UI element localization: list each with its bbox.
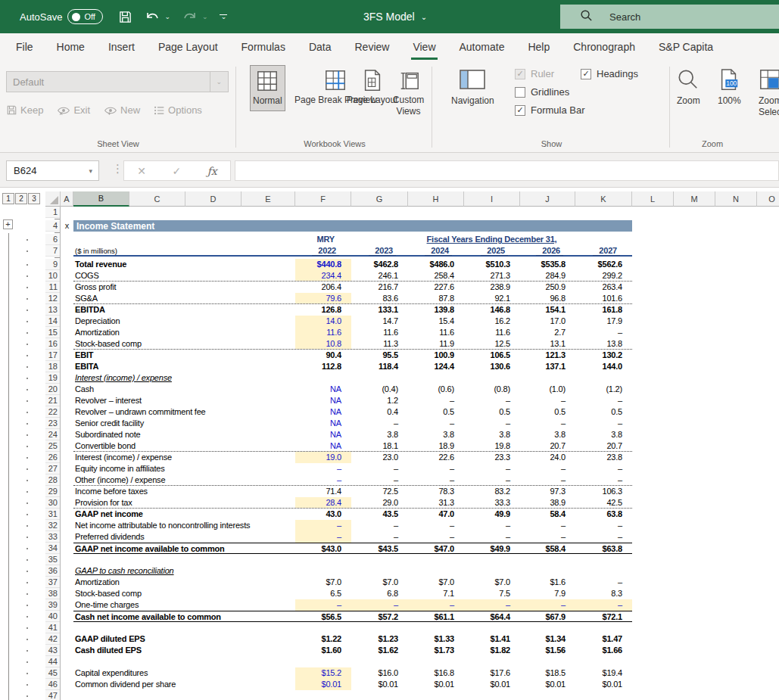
row-label[interactable]: Amortization xyxy=(73,327,295,338)
row-label[interactable]: Revolver – undrawn commitment fee xyxy=(73,406,295,418)
cell[interactable]: $16.0 xyxy=(351,667,408,679)
cell[interactable]: 106.3 xyxy=(575,486,632,497)
cell[interactable]: $7.0 xyxy=(351,577,408,588)
cell[interactable]: 20.7 xyxy=(575,440,632,451)
cell[interactable]: 23.8 xyxy=(575,452,632,463)
headings-checkbox[interactable]: ✓ Headings xyxy=(581,68,638,79)
row-label[interactable]: EBITA xyxy=(73,361,295,372)
cell[interactable] xyxy=(61,384,73,395)
row-header[interactable]: 42 xyxy=(45,633,60,645)
cell[interactable]: 0.5 xyxy=(408,406,464,418)
cell[interactable] xyxy=(61,599,73,611)
cell[interactable]: 14.7 xyxy=(351,316,408,327)
insert-function-icon[interactable]: ƒx xyxy=(207,165,217,177)
cell[interactable]: 11.6 xyxy=(351,327,408,338)
row-header[interactable]: 37 xyxy=(45,577,60,588)
cell[interactable]: $16.8 xyxy=(408,667,464,679)
row-header[interactable]: 22 xyxy=(45,406,60,418)
cell[interactable]: 2023 xyxy=(351,245,408,255)
cell[interactable]: 216.7 xyxy=(351,282,408,293)
row-label[interactable]: Provision for tax xyxy=(73,497,295,508)
cell[interactable]: – xyxy=(408,395,464,406)
tab-sp-capital[interactable]: S&P Capita xyxy=(659,41,713,53)
cell[interactable]: (0.8) xyxy=(464,384,520,395)
cell[interactable]: 38.9 xyxy=(520,497,575,508)
cell[interactable] xyxy=(61,418,73,429)
cell[interactable]: 0.4 xyxy=(351,406,408,418)
cell[interactable]: $61.1 xyxy=(408,611,464,621)
cell[interactable]: $1.23 xyxy=(351,633,408,645)
autosave-control[interactable]: AutoSave Off xyxy=(20,9,103,24)
cell[interactable]: 11.6 xyxy=(464,327,520,338)
cell[interactable] xyxy=(61,486,73,497)
cell[interactable]: $43.5 xyxy=(351,543,408,553)
row-header[interactable]: 34 xyxy=(45,543,60,554)
cell[interactable]: 12.5 xyxy=(464,338,520,349)
column-header[interactable]: E xyxy=(241,191,295,207)
cell[interactable]: – xyxy=(408,520,464,531)
cell[interactable]: 124.4 xyxy=(408,361,464,372)
cell[interactable]: 18.1 xyxy=(351,440,408,451)
formula-bar-divider[interactable]: ⋮ xyxy=(112,162,123,176)
cell[interactable]: $67.9 xyxy=(520,611,575,621)
cell[interactable]: $58.4 xyxy=(520,543,575,553)
cell[interactable] xyxy=(61,406,73,418)
cell[interactable] xyxy=(61,270,73,282)
cell[interactable]: 121.3 xyxy=(520,350,575,361)
cell[interactable]: 90.4 xyxy=(295,350,351,361)
cell[interactable]: 299.2 xyxy=(575,270,632,281)
tab-view[interactable]: View xyxy=(413,41,435,53)
row-label[interactable]: COGS xyxy=(73,270,295,281)
cell[interactable]: $1.33 xyxy=(408,633,464,645)
row-header[interactable]: 27 xyxy=(45,463,60,474)
cell[interactable]: 263.4 xyxy=(575,282,632,293)
cell[interactable]: 11.6 xyxy=(408,327,464,338)
column-header[interactable]: M xyxy=(674,191,715,207)
row-label[interactable]: Common dividend per share xyxy=(73,679,295,690)
row-label[interactable]: Amortization xyxy=(73,577,295,588)
tab-formulas[interactable]: Formulas xyxy=(241,41,285,53)
cell[interactable]: 58.4 xyxy=(520,509,575,520)
cell[interactable]: 3.8 xyxy=(520,429,575,440)
document-title[interactable]: 3FS Model⌄ xyxy=(363,0,427,33)
cell[interactable]: 79.6 xyxy=(295,293,351,303)
cell[interactable]: 13.1 xyxy=(520,338,575,349)
sheet-view-dropdown[interactable]: Default ⌄ xyxy=(6,71,229,92)
cell[interactable]: 43.5 xyxy=(351,509,408,520)
row-header[interactable]: 6 xyxy=(45,234,60,245)
cell[interactable]: $1.6 xyxy=(520,577,575,588)
cell[interactable]: 92.1 xyxy=(464,293,520,303)
cell[interactable]: 139.8 xyxy=(408,304,464,316)
cell[interactable]: – xyxy=(520,599,575,611)
tab-home[interactable]: Home xyxy=(57,41,85,53)
cell[interactable]: 144.0 xyxy=(575,361,632,372)
cell[interactable]: $18.5 xyxy=(520,667,575,679)
row-header[interactable]: 16 xyxy=(45,338,60,350)
cell[interactable]: 15.4 xyxy=(408,316,464,327)
name-box-dropdown-icon[interactable]: ▾ xyxy=(89,167,98,175)
row-label[interactable]: Cash net income available to common xyxy=(73,611,295,621)
select-all-corner[interactable] xyxy=(45,191,61,207)
cell[interactable]: 11.3 xyxy=(351,338,408,349)
cell[interactable]: 14.0 xyxy=(295,316,351,327)
cell[interactable]: 154.1 xyxy=(520,304,575,316)
cell[interactable]: 126.8 xyxy=(295,304,351,316)
tab-automate[interactable]: Automate xyxy=(460,41,505,53)
cell[interactable]: – xyxy=(520,395,575,406)
cell[interactable]: 10.8 xyxy=(295,338,351,349)
row-header[interactable]: 46 xyxy=(45,679,60,690)
cell[interactable]: – xyxy=(464,531,520,543)
cell[interactable]: – xyxy=(464,418,520,429)
cell[interactable] xyxy=(61,452,73,463)
cell[interactable]: $1.41 xyxy=(464,633,520,645)
cell[interactable]: 16.2 xyxy=(464,316,520,327)
cell[interactable]: 20.7 xyxy=(520,440,575,451)
cell[interactable]: $1.60 xyxy=(295,645,351,656)
row-header[interactable]: 45 xyxy=(45,667,60,679)
cell[interactable] xyxy=(61,474,73,486)
cell[interactable]: – xyxy=(520,474,575,485)
column-header[interactable]: O xyxy=(757,191,779,207)
checkbox-icon[interactable]: ✓ xyxy=(581,69,591,79)
row-header[interactable]: 38 xyxy=(45,588,60,599)
cell[interactable]: 11.9 xyxy=(408,338,464,349)
